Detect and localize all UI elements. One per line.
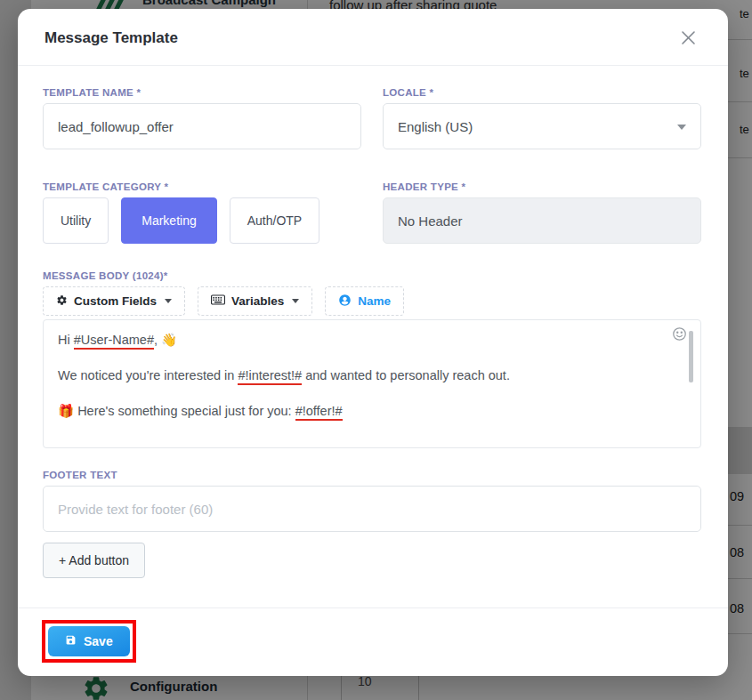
- message-line: We noticed you're interested in #!intere…: [58, 366, 665, 385]
- save-button[interactable]: Save: [48, 626, 130, 656]
- name-variable-button[interactable]: Name: [325, 286, 404, 316]
- editor-toolbar: Custom Fields Variables Name: [43, 286, 701, 316]
- header-type-value: No Header: [383, 197, 701, 244]
- footer-text-input[interactable]: [43, 486, 701, 532]
- locale-selected-value: English (US): [398, 119, 473, 134]
- message-body-editor[interactable]: Hi #User-Name#, 👋 We noticed you're inte…: [43, 319, 701, 448]
- variable-token: #User-Name#: [74, 333, 154, 350]
- chevron-down-icon: [165, 299, 172, 303]
- variables-button[interactable]: Variables: [198, 286, 312, 316]
- locale-select[interactable]: English (US): [383, 103, 701, 149]
- gift-emoji: 🎁: [58, 404, 77, 418]
- close-icon: [681, 35, 696, 48]
- category-auth-otp-button[interactable]: Auth/OTP: [230, 197, 319, 244]
- template-category-group: TEMPLATE CATEGORY * Utility Marketing Au…: [43, 181, 361, 244]
- user-icon: [338, 294, 352, 310]
- save-icon: [65, 634, 77, 648]
- modal-body: TEMPLATE NAME * LOCALE * English (US) TE…: [18, 66, 728, 578]
- message-body-label: MESSAGE BODY (1024)*: [43, 270, 701, 281]
- footer-text-group: FOOTER TEXT: [43, 470, 701, 532]
- wave-emoji: 👋: [161, 333, 177, 347]
- template-name-field-group: TEMPLATE NAME *: [43, 87, 361, 149]
- locale-field-group: LOCALE * English (US): [383, 87, 701, 149]
- variable-token: #!offer!#: [295, 404, 343, 421]
- locale-label: LOCALE *: [383, 87, 701, 98]
- modal-footer: Save: [18, 607, 728, 676]
- modal-header: Message Template: [18, 9, 728, 66]
- header-type-group: HEADER TYPE * No Header: [383, 181, 701, 244]
- gear-icon: [56, 294, 68, 309]
- annotation-highlight-box: Save: [42, 620, 136, 663]
- message-line: Hi #User-Name#, 👋: [58, 331, 665, 350]
- chevron-down-icon: [677, 125, 686, 130]
- add-button[interactable]: + Add button: [43, 543, 145, 578]
- footer-text-label: FOOTER TEXT: [43, 470, 701, 480]
- chevron-down-icon: [292, 299, 299, 303]
- custom-fields-button[interactable]: Custom Fields: [43, 286, 185, 316]
- close-button[interactable]: [677, 27, 699, 49]
- editor-scrollbar[interactable]: [689, 331, 693, 382]
- template-name-input[interactable]: [43, 103, 361, 149]
- modal-title: Message Template: [44, 29, 178, 47]
- category-utility-button[interactable]: Utility: [43, 197, 109, 244]
- message-template-modal: Message Template TEMPLATE NAME * LOCALE …: [18, 9, 728, 676]
- variable-token: #!interest!#: [238, 368, 302, 385]
- emoji-picker-icon[interactable]: [672, 326, 687, 347]
- category-marketing-button[interactable]: Marketing: [121, 197, 216, 244]
- header-type-label: HEADER TYPE *: [383, 181, 701, 192]
- template-name-label: TEMPLATE NAME *: [43, 87, 361, 98]
- message-body-group: MESSAGE BODY (1024)* Custom Fields Varia…: [43, 270, 701, 448]
- keyboard-icon: [211, 294, 225, 308]
- message-line: 🎁 Here's something special just for you:…: [58, 402, 665, 421]
- template-category-label: TEMPLATE CATEGORY *: [43, 181, 361, 192]
